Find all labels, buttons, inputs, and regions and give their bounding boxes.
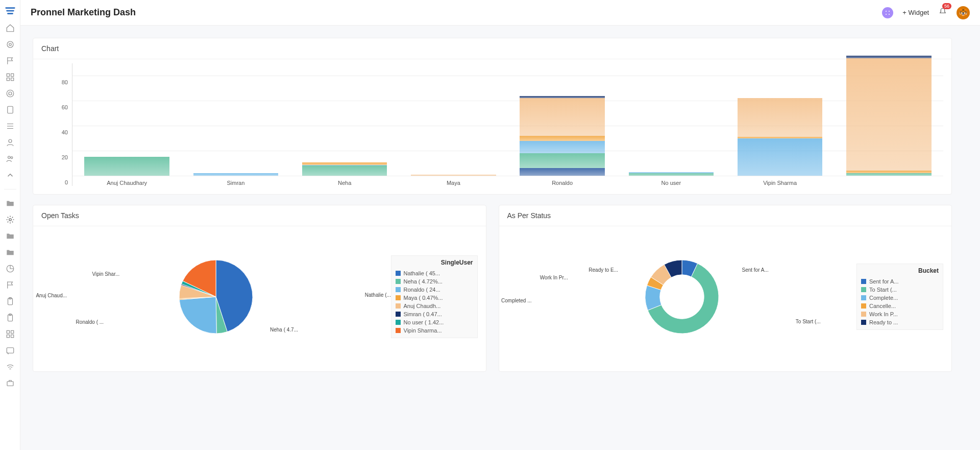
gear-icon[interactable] [6,215,15,224]
sidebar [0,0,20,450]
bar-segment[interactable] [629,173,714,176]
folder-icon[interactable] [6,199,15,208]
chevron-up-icon[interactable] [6,171,15,180]
pie-slice[interactable] [179,297,216,334]
x-tick-label: Simran [227,180,244,186]
svg-point-1 [9,43,11,46]
flag-icon[interactable] [6,280,15,290]
wifi-icon[interactable] [6,362,15,371]
card-title: As Per Status [499,205,952,226]
legend-item[interactable]: Ronaldo ( 24... [396,286,473,294]
svg-point-6 [7,90,14,97]
legend-label: Neha ( 4.72%... [404,278,443,285]
x-tick-label: Anuj Chaudhary [107,180,147,186]
app-logo-icon [5,5,16,16]
legend-item[interactable]: Sent for A... [861,277,939,286]
bar-segment[interactable] [302,165,387,176]
legend-item[interactable]: No user ( 1.42... [396,318,473,326]
legend-item[interactable]: Complete... [861,294,939,302]
legend-item[interactable]: Anuj Chaudh... [396,302,473,310]
bar-segment[interactable] [520,98,604,135]
bar-segment[interactable] [411,175,496,176]
status-legend: Bucket Sent for A...To Start (...Complet… [856,264,943,330]
bar-segment[interactable] [520,136,604,141]
legend-label: Complete... [869,295,898,301]
svg-point-25 [889,11,890,12]
bar-segment[interactable] [846,173,931,176]
bar-segment[interactable] [193,173,278,176]
notifications-button[interactable]: 56 [938,7,947,18]
open-tasks-pie [170,251,262,343]
pie-callout: Neha ( 4.7... [270,327,298,333]
grid-icon[interactable] [6,73,15,82]
pie-callout: Work In Pr... [540,275,568,280]
card-title: Open Tasks [33,205,486,226]
legend-item[interactable]: Neha ( 4.72%... [396,277,473,286]
briefcase-icon[interactable] [6,378,15,388]
x-tick-label: Vipin Sharma [763,180,797,186]
notif-badge: 56 [942,3,951,9]
svg-rect-22 [7,348,14,353]
status-donut [636,251,728,343]
user-avatar[interactable]: 🐯 [957,6,970,19]
pie-callout: To Start (... [796,319,821,324]
legend-label: Ready to ... [869,319,898,325]
legend-item[interactable]: Cancelle... [861,302,939,310]
apps-icon[interactable] [882,7,893,18]
legend-label: Work In P... [869,311,898,317]
legend-item[interactable]: Vipin Sharma... [396,326,473,335]
legend-label: Simran ( 0.47... [404,311,442,317]
clipboard-icon[interactable] [6,313,15,322]
legend-item[interactable]: Simran ( 0.47... [396,310,473,318]
bar-segment[interactable] [846,58,931,171]
file-icon[interactable] [6,105,15,114]
clipboard-icon[interactable] [6,297,15,306]
svg-rect-3 [11,74,13,76]
cast-icon[interactable] [6,346,15,355]
pie-callout: Sent for A... [742,267,768,273]
folder-icon[interactable] [6,231,15,241]
user-icon[interactable] [6,138,15,147]
legend-item[interactable]: To Start (... [861,286,939,294]
list-icon[interactable] [6,122,15,131]
grid-icon[interactable] [6,329,15,339]
y-tick-label: 20 [62,154,68,168]
users-icon[interactable] [6,154,15,163]
pie-callout: Vipin Shar... [92,271,120,277]
pie-callout: Completed ... [501,298,531,303]
svg-rect-20 [7,335,9,338]
home-icon[interactable] [6,23,15,33]
x-tick-label: Neha [338,180,351,186]
folder-icon[interactable] [6,248,15,257]
at-icon[interactable] [6,89,15,98]
svg-point-26 [886,14,887,15]
target-icon[interactable] [6,40,15,49]
x-tick-label: Ronaldo [552,180,573,186]
add-widget-button[interactable]: + Widget [902,9,929,16]
legend-item[interactable]: Maya ( 0.47%... [396,294,473,302]
svg-point-12 [9,219,11,221]
bar-segment[interactable] [520,141,604,153]
svg-rect-21 [11,335,13,338]
y-tick-label: 0 [65,179,68,193]
legend-label: Ronaldo ( 24... [404,287,440,293]
bar-segment[interactable] [738,98,822,137]
legend-item[interactable]: Nathalie ( 45... [396,269,473,277]
bar-segment[interactable] [738,138,822,176]
svg-rect-18 [7,330,9,333]
chart-card-open-tasks: Open Tasks Nathalie (...Neha ( 4.7...Ron… [33,205,486,372]
y-tick-label: 60 [62,104,68,117]
legend-title: Bucket [861,267,939,274]
legend-label: Vipin Sharma... [404,327,442,334]
svg-point-11 [11,157,13,159]
open-tasks-legend: SingleUser Nathalie ( 45...Neha ( 4.72%.… [391,255,478,338]
legend-item[interactable]: Work In P... [861,310,939,318]
bar-segment[interactable] [84,157,169,176]
legend-label: Cancelle... [869,303,896,309]
legend-item[interactable]: Ready to ... [861,318,939,326]
y-tick-label: 40 [62,129,68,143]
bar-segment[interactable] [520,168,604,176]
bar-segment[interactable] [520,153,604,168]
flag-icon[interactable] [6,56,15,65]
pie-chart-icon[interactable] [6,264,15,273]
